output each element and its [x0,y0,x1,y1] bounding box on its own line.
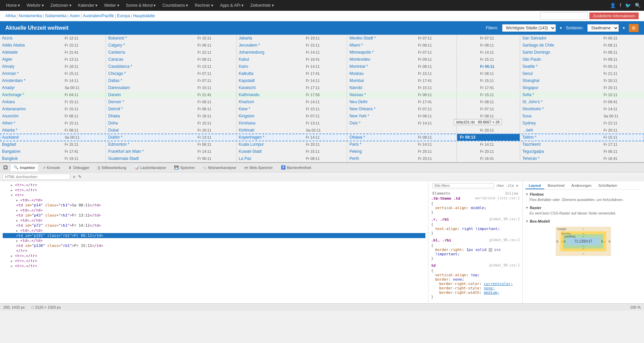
breadcrumb-link-hauptstädte[interactable]: Hauptstädte [133,13,155,18]
layout-tab-schriftarten[interactable]: Schriftarten [595,182,620,189]
html-line[interactable]: ▶ <td>…</td> [3,238,425,243]
tab-laufzeit[interactable]: 📊 Laufzeitanalyse [131,164,170,171]
time-cell: Fr 15:11 [304,148,347,155]
nav-apps[interactable]: Apps & API ▾ [217,1,246,10]
styles-filter-input[interactable] [432,183,494,188]
breadcrumb-link-nordamerika[interactable]: Nordamerika [19,13,42,18]
city-cell: Calgary * [106,42,195,49]
style-source[interactable]: worldclock_lists.css:1 [475,196,520,201]
table-row-auckland: Auckland Sa 00:11 Dublin * Fr 13:11 Kope… [0,134,644,141]
html-line[interactable]: <td id="p130" class="rb1">Fr 15:11</td> [3,243,425,248]
city-cell: Nairobi [347,84,416,91]
filter-select[interactable]: Wichtigste Städte (143) [502,24,556,32]
edit-node-button[interactable]: ✎ [78,174,82,179]
style-prop[interactable]: border-right: 1px solid ccc !important; [431,248,520,256]
cls-button[interactable]: .cls [506,184,514,188]
nav-zeitvertrieb[interactable]: Zeitvertrieb ▾ [248,1,276,10]
user-icon[interactable]: 👤 [610,3,616,8]
html-line[interactable]: ▶ <tr>…</tr> [3,182,425,188]
site-search-input[interactable] [540,12,587,20]
tab-debugger[interactable]: ⏸ Debugger [64,164,93,171]
hov-button[interactable]: :hov [496,184,504,188]
add-node-button[interactable]: + [73,174,75,179]
html-line[interactable]: <td id="p14" class="rb1">Sa 00:11</td> [3,203,425,208]
style-source[interactable]: global_98.css:2 [489,217,520,222]
facebook-icon[interactable]: f [620,3,621,8]
flexbox-desc: Flex-Behälter oder -Element auswählen, u… [525,197,641,202]
breadcrumb-link-asien[interactable]: Asien [70,13,80,18]
nav-wetter[interactable]: Wetter ▾ [101,1,122,10]
worldclock-section: Aktuelle Uhrzeit weltweit Filtern: Wicht… [0,21,644,162]
tab-konsole[interactable]: > Konsole [39,164,64,171]
html-line[interactable]: ▶ <td>…</td> [3,218,425,223]
city-cell: Kopenhagen * [236,134,304,141]
style-prop[interactable]: text-align: right !important; [431,227,520,231]
bm-padding: padding – 5 – 5 71.1333×17 [563,234,604,249]
style-source[interactable]: global_98.css:2 [489,263,520,268]
html-line[interactable]: ▶ <tr>…</tr> [3,188,425,193]
style-prop[interactable]: vertical-align: middle; [431,206,520,210]
boxmodel-section-title[interactable]: ▼ Box-Modell [525,219,641,224]
nav-kalender[interactable]: Kalender ▾ [75,1,100,10]
html-search-input[interactable] [3,174,70,180]
sort-dropdown-icon[interactable]: ▾ [623,26,625,30]
time-cell: Fr 07:11 [304,113,347,120]
layout-tab-layout[interactable]: Layout [525,182,544,189]
tab-webspeicher[interactable]: 🗃 Web-Speicher [240,164,277,171]
style-prop[interactable]: vertical-align: top; [431,273,520,277]
html-line[interactable]: ▶ <tr>…</tr> [3,258,425,263]
style-prop[interactable]: border-right-color: currentcolor; [431,282,520,286]
sort-select[interactable]: Stadtname [587,24,619,32]
flexbox-label: Flexbox [530,192,544,196]
time-cell: Fr 22:11 [602,120,644,127]
nav-zeitzonen[interactable]: Zeitzonen ▾ [48,1,74,10]
search-icon[interactable]: 🔍 [635,3,641,8]
html-line-selected[interactable]: <td id="p101" class="rb1">Fr 08:11</td> [3,233,425,238]
time-cell: Fr 17:41 [304,70,347,77]
flexbox-section-title[interactable]: ▼ Flexbox [525,192,641,197]
time-cell: Fr 07:11 [478,106,520,113]
tab-netzwerk[interactable]: ↑↓ Netzwerkanalyse [199,164,240,171]
nav-countdowns[interactable]: Countdowns ▾ [160,1,191,10]
tab-speicher[interactable]: 💾 Speicher [170,164,198,171]
layout-tab-berechnet[interactable]: Berechnet [544,182,568,189]
top-nav: Home ▾ Weltuhr ▾ Zeitzonen ▾ Kalender ▾ … [0,0,644,11]
breadcrumb-link-europa[interactable]: Europa [117,13,130,18]
devtools: 🔲 🔍 Inspektor > Konsole ⏸ Debugger {} St… [0,162,644,303]
style-prop[interactable]: border-right-width: medium; [431,290,520,295]
tab-stilbearbeitung[interactable]: {} Stilbearbeitung [94,164,130,171]
html-line[interactable]: <td id="p72" class="rb1">Fr 14:11</td> [3,223,425,228]
html-line[interactable]: </tr> [3,248,425,253]
twitter-icon[interactable]: 🐦 [625,3,631,8]
html-line[interactable]: <td id="p43" class="rb1">Fr 13:11</td> [3,213,425,218]
additional-info-button[interactable]: Zusätzliche Informationen [589,12,639,19]
html-line[interactable]: ▶ <td>…</td> [3,208,425,213]
style-prop[interactable]: border-right-style: none; [431,286,520,290]
html-line[interactable]: ▶ <td>…</td> [3,198,425,203]
layout-tab-änderungen[interactable]: Änderungen [568,182,595,189]
breadcrumb-link-südamerika[interactable]: Südamerika [45,13,67,18]
settings-button[interactable]: ⚙ [629,24,639,32]
breadcrumb-link-australien[interactable]: Australien/Pazifik [83,13,114,18]
nav-weltuhr[interactable]: Weltuhr ▾ [24,1,46,10]
tab-inspektor[interactable]: 🔍 Inspektor [10,164,39,171]
city-cell: Teheran * [520,155,602,162]
html-line[interactable]: ▶ <td>…</td> [3,228,425,233]
raster-section-title[interactable]: ▼ Raster [525,205,641,210]
nav-rechner[interactable]: Rechner ▾ [192,1,216,10]
breadcrumb-link-afrika[interactable]: Afrika [5,13,16,18]
html-line[interactable]: ▶ <tr>…</tr> [3,263,425,268]
nav-home[interactable]: Home ▾ [3,1,23,10]
style-prop[interactable]: border: none; [431,277,520,282]
city-cell: Dubai [106,127,195,134]
time-cell: Fr 08:11 [416,91,457,98]
city-cell: Algier [0,56,63,63]
add-style-button[interactable]: + [516,183,518,188]
tab-barrierefreiheit[interactable]: ♿ Barrierefreiheit [277,164,315,171]
filter-dropdown-icon[interactable]: ▾ [560,26,562,30]
city-cell: São Paulo [520,56,602,63]
html-line[interactable]: ▼ <tr> [3,193,425,198]
html-line[interactable]: ▶ <tr>…</tr> [3,253,425,258]
nav-sonne[interactable]: Sonne & Mond ▾ [123,1,159,10]
style-source[interactable]: global_98.css:2 [489,238,520,243]
